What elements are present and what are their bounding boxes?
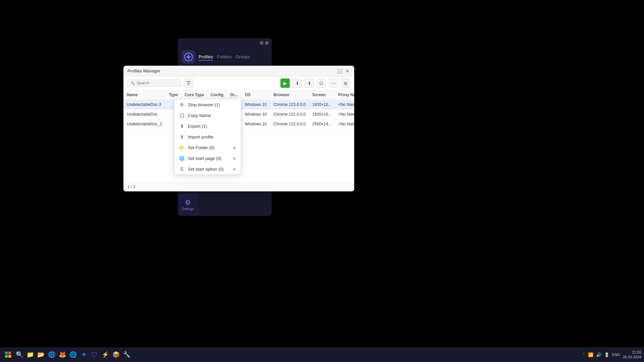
context-set-start-page[interactable]: 🌐 Set start page (0) ▶: [174, 153, 241, 164]
copy-name-icon: 📋: [179, 113, 184, 118]
copy-name-label: Copy Name: [188, 113, 236, 118]
maximize-button[interactable]: ⬜: [337, 68, 342, 74]
taskbar-files-button[interactable]: 📁: [25, 350, 35, 359]
bg-minimize-button[interactable]: —: [260, 41, 264, 45]
taskbar-app2-button[interactable]: ⚡: [101, 350, 110, 359]
cell-proxy: <No Name>: [335, 110, 354, 119]
start-page-icon: 🌐: [179, 156, 184, 161]
main-window-title: Profiles Manager: [127, 68, 160, 73]
taskbar-tray: ⌃ 📶 🔊 🔋 ENG 21:55 26.03.2024: [582, 350, 641, 360]
taskbar-app3-button[interactable]: 📦: [111, 350, 121, 359]
filter-button[interactable]: [184, 78, 193, 88]
bg-tab-folders[interactable]: Folders: [217, 54, 231, 61]
table-header-row: Name Type Core Type Config Gr... OS Brow…: [123, 90, 354, 100]
taskbar-app1-button[interactable]: 🛡: [90, 350, 99, 359]
taskbar-explorer-button[interactable]: 📂: [36, 350, 46, 359]
taskbar-search-button[interactable]: 🔍: [15, 350, 24, 359]
col-config: Config: [207, 90, 227, 100]
taskbar-firefox-button[interactable]: 🦊: [58, 350, 67, 359]
tray-lang: ENG: [612, 353, 620, 357]
cell-browser: Chrome 122.0.0.0: [270, 110, 309, 119]
upload-button[interactable]: ⬆: [305, 78, 314, 88]
tray-expand-icon[interactable]: ⌃: [582, 353, 585, 357]
columns-button[interactable]: ⊞: [341, 78, 350, 88]
col-os: OS: [241, 90, 270, 100]
settings-area[interactable]: ⚙ Settings: [178, 194, 198, 215]
set-folder-arrow: ▶: [233, 145, 236, 150]
tray-network-icon: 📶: [588, 352, 593, 357]
checkbox-button[interactable]: ☑: [317, 78, 326, 88]
context-set-folder[interactable]: 📁 Set Folder (0) ▶: [174, 142, 241, 153]
close-window-button[interactable]: ✕: [345, 68, 350, 74]
context-menu: ⚙ Stop browser (1) 📋 Copy Name ⬆ Export …: [174, 99, 241, 175]
tray-clock: 21:55: [623, 350, 641, 355]
cell-name: UndetectableDoc: [123, 110, 165, 119]
cell-name: UndetectableDoc-3: [123, 100, 165, 110]
bg-tab-profiles[interactable]: Profiles: [199, 54, 213, 61]
set-start-page-label: Set start page (0): [188, 156, 230, 161]
folder-icon: 📁: [179, 145, 184, 150]
svg-rect-2: [5, 352, 8, 354]
import-label: Import profile: [188, 134, 236, 139]
export-icon: ⬆: [179, 123, 184, 129]
context-stop-browser[interactable]: ⚙ Stop browser (1): [174, 99, 241, 110]
stop-browser-label: Stop browser (1): [188, 102, 236, 107]
svg-rect-5: [8, 355, 11, 358]
svg-point-1: [187, 56, 190, 58]
cell-os: Windows 10: [241, 119, 270, 129]
context-set-start-option[interactable]: ☰ Set start option (0) ▶: [174, 164, 241, 174]
bg-header: Profiles Folders Groups: [178, 48, 272, 67]
import-icon: ⬇: [179, 134, 184, 139]
cell-os: Windows 10: [241, 110, 270, 119]
cell-browser: Chrome 122.0.0.0: [270, 119, 309, 129]
settings-label: Settings: [182, 207, 194, 211]
taskbar-chrome-button[interactable]: 🌐: [47, 350, 56, 359]
play-button[interactable]: ▶: [280, 78, 290, 88]
set-start-page-arrow: ▶: [233, 156, 236, 161]
search-icon: 🔍: [130, 81, 135, 85]
tray-battery-icon: 🔋: [604, 352, 609, 357]
taskbar: 🔍 📁 📂 🌐 🦊 🌐 ✈ 🛡 ⚡ 📦 🔧 ⌃ 📶 🔊 🔋 ENG 21:55 …: [0, 347, 644, 362]
cell-os: Windows 10: [241, 100, 270, 110]
context-copy-name[interactable]: 📋 Copy Name: [174, 110, 241, 121]
bg-tab-groups[interactable]: Groups: [236, 54, 250, 61]
taskbar-telegram-button[interactable]: ✈: [79, 350, 89, 359]
context-import-profile[interactable]: ⬇ Import profile: [174, 131, 241, 142]
col-name: Name: [123, 90, 165, 100]
cell-browser: Chrome 123.0.0.0: [270, 100, 309, 110]
status-bar: 1 / 3: [123, 182, 354, 191]
cell-screen: 2560×14...: [309, 119, 335, 129]
svg-rect-4: [5, 355, 8, 358]
bg-titlebar: — ✕: [178, 38, 272, 48]
download-button[interactable]: ⬇: [292, 78, 302, 88]
search-input[interactable]: [137, 81, 177, 85]
start-button[interactable]: [3, 349, 13, 360]
bg-nav-tabs: Profiles Folders Groups: [199, 54, 250, 61]
col-proxy: Proxy Name: [335, 90, 354, 100]
start-option-icon: ☰: [179, 166, 184, 172]
cell-screen: 1920×10...: [309, 100, 335, 110]
taskbar-app4-button[interactable]: 🔧: [122, 350, 131, 359]
settings-icon: ⚙: [185, 198, 191, 206]
tray-time: 21:55 26.03.2024: [623, 350, 641, 360]
col-browser: Browser: [270, 90, 309, 100]
set-start-option-arrow: ▶: [233, 167, 236, 171]
search-box: 🔍: [127, 79, 181, 87]
cell-screen: 1920×10...: [309, 110, 335, 119]
cell-name: UndetectableDoc_2: [123, 119, 165, 129]
more-button[interactable]: ⋯: [329, 78, 338, 88]
bg-close-button[interactable]: ✕: [265, 41, 269, 45]
main-titlebar: Profiles Manager ⬜ ✕: [123, 66, 354, 76]
col-group: Gr...: [227, 90, 241, 100]
taskbar-chrome2-button[interactable]: 🌐: [68, 350, 78, 359]
set-start-option-label: Set start option (0): [188, 167, 230, 172]
stop-browser-icon: ⚙: [179, 102, 184, 107]
tray-date: 26.03.2024: [623, 355, 641, 359]
toolbar: 🔍 ▶ ⬇ ⬆ ☑ ⋯ ⊞: [123, 76, 354, 90]
tray-sound-icon: 🔊: [596, 352, 601, 357]
col-screen: Screen: [309, 90, 335, 100]
context-export[interactable]: ⬆ Export (1): [174, 121, 241, 131]
export-label: Export (1): [188, 124, 236, 129]
bg-logo: [182, 50, 195, 64]
col-type: Type: [165, 90, 181, 100]
